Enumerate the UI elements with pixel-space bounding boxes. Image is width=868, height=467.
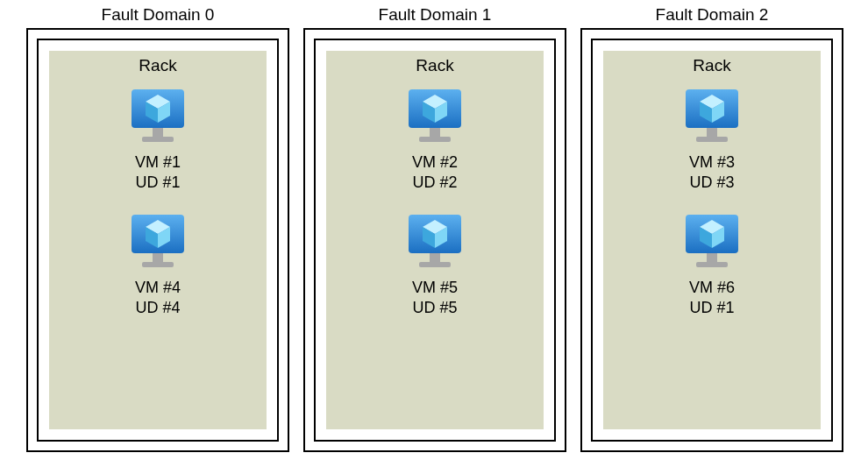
vm-5-label: VM #5 xyxy=(412,278,458,298)
fault-domain-2: Fault Domain 2 Rack xyxy=(580,0,843,452)
svg-rect-20 xyxy=(419,262,451,267)
fault-domain-1-rack: Rack xyxy=(326,51,544,429)
vm-monitor-icon xyxy=(130,213,186,272)
svg-rect-7 xyxy=(153,253,163,262)
svg-rect-32 xyxy=(696,262,728,267)
svg-rect-8 xyxy=(142,262,174,267)
fault-domain-1-outer-frame: Rack xyxy=(303,28,566,452)
fault-domain-0-rack-label: Rack xyxy=(139,51,176,88)
vm-4-ud-label: UD #4 xyxy=(135,298,180,318)
vm-2-block: VM #2 UD #2 xyxy=(407,88,463,192)
fault-domain-0: Fault Domain 0 Rack xyxy=(26,0,289,452)
vm-monitor-icon xyxy=(407,88,463,147)
fault-domain-0-inner-frame: Rack xyxy=(37,39,279,442)
fault-domain-0-title: Fault Domain 0 xyxy=(26,0,289,28)
fault-domain-2-rack: Rack xyxy=(603,51,821,429)
vm-3-label: VM #3 xyxy=(689,152,735,173)
svg-rect-26 xyxy=(696,137,728,142)
vm-5-block: VM #5 UD #5 xyxy=(407,213,463,317)
vm-5-ud-label: UD #5 xyxy=(412,298,457,318)
fault-domain-2-title: Fault Domain 2 xyxy=(580,0,843,28)
svg-rect-2 xyxy=(142,137,174,142)
vm-1-block: VM #1 UD #1 xyxy=(130,88,186,192)
fault-domain-0-rack: Rack xyxy=(49,51,267,429)
vm-1-label: VM #1 xyxy=(135,152,181,173)
vm-2-ud-label: UD #2 xyxy=(412,173,457,193)
vm-6-block: VM #6 UD #1 xyxy=(684,213,740,317)
svg-rect-31 xyxy=(707,253,717,262)
svg-rect-13 xyxy=(430,128,440,137)
fault-domain-1-inner-frame: Rack xyxy=(314,39,556,442)
vm-3-block: VM #3 UD #3 xyxy=(684,88,740,192)
fault-domain-1-title: Fault Domain 1 xyxy=(303,0,566,28)
fault-domain-1: Fault Domain 1 Rack xyxy=(303,0,566,452)
svg-rect-19 xyxy=(430,253,440,262)
svg-rect-1 xyxy=(153,128,163,137)
vm-4-label: VM #4 xyxy=(135,278,181,298)
fault-domain-2-rack-label: Rack xyxy=(693,51,730,88)
vm-monitor-icon xyxy=(130,88,186,147)
vm-6-label: VM #6 xyxy=(689,278,735,298)
vm-1-ud-label: UD #1 xyxy=(135,173,180,193)
vm-monitor-icon xyxy=(684,88,740,147)
fault-domain-2-outer-frame: Rack xyxy=(580,28,843,452)
vm-4-block: VM #4 UD #4 xyxy=(130,213,186,317)
fault-domain-0-outer-frame: Rack xyxy=(26,28,289,452)
diagram-stage: Fault Domain 0 Rack xyxy=(0,0,868,467)
vm-6-ud-label: UD #1 xyxy=(689,298,734,318)
svg-rect-25 xyxy=(707,128,717,137)
vm-2-label: VM #2 xyxy=(412,152,458,173)
vm-3-ud-label: UD #3 xyxy=(689,173,734,193)
vm-monitor-icon xyxy=(684,213,740,272)
svg-rect-14 xyxy=(419,137,451,142)
vm-monitor-icon xyxy=(407,213,463,272)
fault-domain-1-rack-label: Rack xyxy=(416,51,453,88)
fault-domain-2-inner-frame: Rack xyxy=(591,39,833,442)
